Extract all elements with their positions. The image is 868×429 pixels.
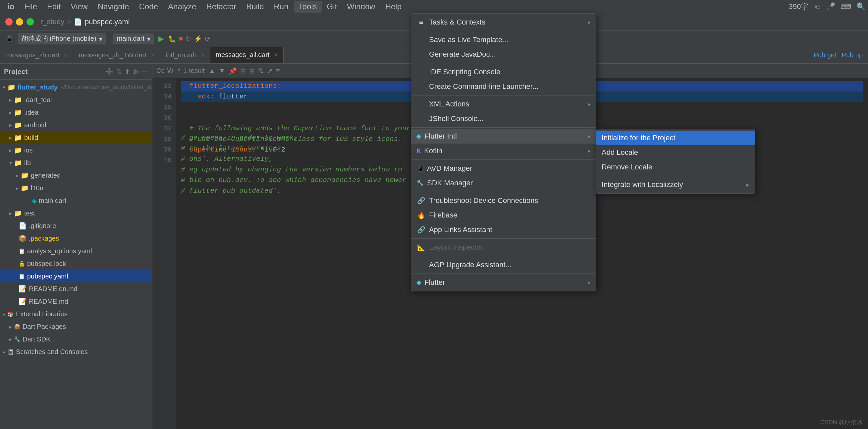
submenu-label: Integrate with Localizzely (602, 180, 683, 189)
menu-label: SDK Manager (427, 179, 473, 187)
flutter-intl-submenu: Initialize for the Project Add Locale Re… (596, 129, 755, 194)
layout-icon: 📐 (416, 244, 426, 251)
menu-label: Flutter Intl (424, 132, 457, 141)
menu-jshell[interactable]: JShell Console... (411, 111, 596, 126)
menu-agp[interactable]: AGP Upgrade Assistant... (411, 258, 596, 272)
menu-flutter[interactable]: ◈ Flutter ▸ (411, 275, 596, 290)
menu-divider3 (411, 95, 596, 95)
menu-divider7 (411, 238, 596, 239)
menu-divider4 (411, 127, 596, 127)
submenu-remove-locale[interactable]: Remove Locale (596, 160, 755, 174)
menu-tasks-contexts[interactable]: ≡ Tasks & Contexts ▸ (411, 15, 596, 29)
menu-ide-console[interactable]: IDE Scripting Console (411, 65, 596, 79)
submenu-arrow-icon: ▸ (588, 133, 591, 140)
menu-save-template[interactable]: Save as Live Template... (411, 32, 596, 47)
menu-label: JShell Console... (429, 114, 484, 123)
menu-divider2 (411, 63, 596, 63)
menu-label: Create Command-line Launcher... (429, 82, 538, 91)
menu-label: Flutter (424, 278, 445, 287)
menu-gen-javadoc[interactable]: Generate JavaDoc... (411, 47, 596, 62)
menu-divider (411, 31, 596, 31)
sdk-manager-icon: 🔧 (416, 179, 424, 187)
menu-label: AVD Manager (427, 164, 472, 173)
avd-icon: 📱 (416, 165, 424, 172)
menu-label: App Links Assistant (429, 225, 492, 234)
menu-sdk[interactable]: 🔧 SDK Manager (411, 176, 596, 190)
menu-divider6 (411, 192, 596, 192)
tools-menu: ≡ Tasks & Contexts ▸ Save as Live Templa… (411, 13, 596, 291)
submenu-arrow-icon: ▸ (588, 147, 591, 154)
menu-label: Troubleshoot Device Connections (429, 196, 538, 205)
submenu-label: Initialize for the Project (602, 134, 676, 142)
menu-divider9 (411, 274, 596, 274)
submenu-arrow-icon: ▸ (588, 19, 591, 26)
firebase-icon: 🔥 (416, 211, 426, 219)
menu-label: Generate JavaDoc... (429, 50, 496, 59)
menu-label: Save as Live Template... (429, 35, 508, 44)
app-links-icon: 🔗 (416, 226, 426, 234)
tasks-icon: ≡ (416, 19, 426, 26)
menu-cmd-launcher[interactable]: Create Command-line Launcher... (411, 79, 596, 94)
menu-xml-actions[interactable]: XML Actions ▸ (411, 97, 596, 111)
flutter-icon: ◈ (416, 133, 421, 140)
menu-divider8 (411, 256, 596, 256)
submenu-add-locale[interactable]: Add Locale (596, 145, 755, 160)
menu-label: XML Actions (429, 100, 469, 108)
flutter-icon2: ◈ (416, 279, 421, 286)
menu-label: IDE Scripting Console (429, 68, 500, 76)
menu-label: Layout Inspector (429, 243, 483, 252)
dropdown-overlay[interactable]: ≡ Tasks & Contexts ▸ Save as Live Templa… (0, 0, 868, 429)
menu-label: Firebase (429, 211, 458, 220)
submenu-integrate[interactable]: Integrate with Localizzely ▸ (596, 177, 755, 192)
menu-divider5 (411, 160, 596, 160)
menu-layout-inspector: 📐 Layout Inspector (411, 240, 596, 255)
menu-label: AGP Upgrade Assistant... (429, 261, 512, 269)
submenu-label: Remove Locale (602, 163, 652, 171)
submenu-arrow-icon: ▸ (588, 279, 591, 286)
submenu-label: Add Locale (602, 148, 638, 157)
menu-label: Tasks & Contexts (429, 18, 485, 27)
menu-app-links[interactable]: 🔗 App Links Assistant (411, 223, 596, 237)
menu-flutter-intl[interactable]: ◈ Flutter Intl ▸ Initialize for the Proj… (411, 129, 596, 144)
menu-label: Kotlin (424, 146, 442, 155)
kotlin-icon: K (416, 147, 421, 154)
submenu-arrow-icon: ▸ (588, 101, 591, 108)
submenu-divider (596, 176, 755, 176)
menu-kotlin[interactable]: K Kotlin ▸ (411, 144, 596, 158)
troubleshoot-icon: 🔗 (416, 197, 426, 205)
submenu-arrow-icon: ▸ (746, 181, 749, 188)
submenu-init-project[interactable]: Initialize for the Project (596, 131, 755, 145)
menu-avd[interactable]: 📱 AVD Manager (411, 161, 596, 176)
menu-troubleshoot[interactable]: 🔗 Troubleshoot Device Connections (411, 193, 596, 208)
menu-firebase[interactable]: 🔥 Firebase (411, 208, 596, 223)
